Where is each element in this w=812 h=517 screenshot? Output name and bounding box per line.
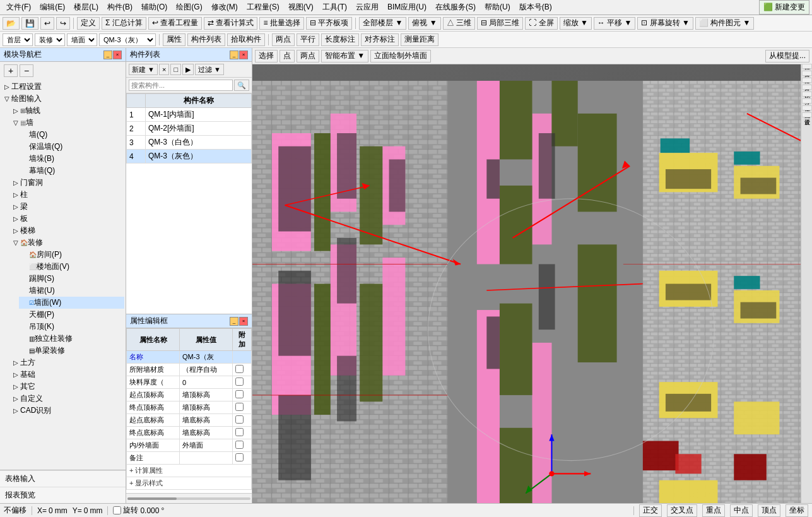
exp-decoration[interactable]: ▽ — [11, 239, 20, 246]
menu-draw[interactable]: 绘图(G) — [172, 1, 206, 14]
prop-row-note[interactable]: 备注 — [127, 452, 252, 465]
tree-item-curtain-wall[interactable]: 幕墙(Q) — [19, 165, 124, 177]
comp-new-btn[interactable]: 新建 ▼ — [129, 64, 158, 75]
comp-filter-btn[interactable]: 过滤 ▼ — [195, 64, 224, 75]
prop-row-inout[interactable]: 内/外墙面 外墙面 — [127, 439, 252, 452]
floor-select[interactable]: 首层 — [3, 33, 33, 46]
control-btn[interactable]: 控制 — [802, 105, 812, 110]
prop-check-note[interactable] — [233, 452, 252, 465]
check-end-bot[interactable] — [235, 428, 244, 436]
prop-row-end-bot[interactable]: 终点底标高 墙底标高 — [127, 427, 252, 439]
endpoint-btn[interactable]: 重点 — [702, 504, 725, 517]
align-strip-btn[interactable]: 对齐 — [802, 92, 812, 97]
batch-select-btn[interactable]: ≡ 批量选择 — [259, 17, 303, 30]
top-view-btn[interactable]: 俯视 ▼ — [408, 17, 440, 30]
tree-item-slab[interactable]: ▷ 板 — [10, 213, 124, 225]
view-qty-btn[interactable]: ↩ 查看工程量 — [148, 17, 202, 30]
expand-icon-axis[interactable]: ▷ — [11, 107, 20, 114]
pick-comp-btn[interactable]: 拾取构件 — [227, 33, 265, 46]
settings-strip-btn[interactable]: 设置 — [802, 112, 812, 117]
new-change-button[interactable]: 🟩 新建变更 — [759, 0, 809, 15]
comp-copy-btn[interactable]: □ — [170, 64, 181, 75]
check-start-top[interactable] — [235, 390, 244, 398]
comp-row-4[interactable]: 4 QM-3（灰色） — [127, 150, 252, 163]
exp-slab[interactable]: ▷ — [11, 215, 20, 222]
component-elem-btn[interactable]: ⬜ 构件图元 ▼ — [695, 17, 755, 30]
fullscreen-btn[interactable]: ⛶ 全屏 — [525, 17, 557, 30]
prop-check-start-top[interactable] — [233, 389, 252, 401]
prop-check-thickness[interactable] — [233, 376, 252, 389]
local-3d-btn[interactable]: ⊟ 局部三维 — [477, 17, 523, 30]
ortho-btn[interactable]: 正交 — [639, 504, 662, 517]
tree-item-axis[interactable]: ▷ ⊞ 轴线 — [10, 105, 124, 117]
split-btn[interactable]: 分割 — [802, 85, 812, 90]
tree-item-beam-dec[interactable]: ▤ 单梁装修 — [19, 345, 124, 357]
menu-modify[interactable]: 修改(M) — [208, 1, 242, 14]
menu-quantity[interactable]: 工程量(S) — [243, 1, 283, 14]
merge-btn[interactable]: 合并 — [802, 78, 812, 83]
midpoint-btn[interactable]: 中点 — [730, 504, 753, 517]
check-inout[interactable] — [235, 441, 244, 449]
menu-view[interactable]: 视图(V) — [285, 1, 317, 14]
expand-icon-wall[interactable]: ▽ — [11, 119, 20, 126]
prop-check-wallmat[interactable] — [233, 364, 252, 376]
comp-row-1[interactable]: 1 QM-1[内墙面] — [127, 108, 252, 122]
tree-item-baseboard[interactable]: 踢脚(S) — [19, 273, 124, 285]
vp-twopoint-btn[interactable]: 两点 — [297, 50, 319, 62]
prop-check-end-top[interactable] — [233, 401, 252, 414]
menu-online[interactable]: 在线服务(S) — [432, 1, 480, 14]
prop-row-thickness[interactable]: 块料厚度（ 0 — [127, 376, 252, 389]
check-start-bot[interactable] — [235, 415, 244, 424]
prop-close[interactable]: × — [239, 317, 248, 326]
prop-check-start-bot[interactable] — [233, 414, 252, 427]
prop-minimize[interactable]: _ — [230, 317, 238, 326]
tree-item-stair[interactable]: ▷ 楼梯 — [10, 225, 124, 237]
check-wallmat[interactable] — [235, 365, 244, 373]
vp-point-btn[interactable]: 点 — [279, 50, 295, 62]
undo-btn[interactable]: ↩ — [40, 17, 54, 30]
redo-btn[interactable]: ↪ — [56, 17, 70, 30]
tree-item-decoration[interactable]: ▽ 🏠 装修 — [10, 237, 124, 249]
vp-elevation-btn[interactable]: 立面绘制外墙面 — [370, 50, 431, 62]
tree-item-col-dec[interactable]: ▥ 独立柱装修 — [19, 333, 124, 345]
comp-search-btn[interactable]: 🔍 — [234, 80, 249, 91]
comp-row-2[interactable]: 2 QM-2[外墙面] — [127, 122, 252, 136]
rotate-btn[interactable]: ⊡ 屏幕旋转 ▼ — [637, 17, 693, 30]
check-thickness[interactable] — [235, 377, 244, 386]
exp-custom[interactable]: ▷ — [11, 395, 20, 402]
report-preview-btn[interactable]: 报表预览 — [0, 487, 126, 503]
tree-item-doorwindow[interactable]: ▷ 门窗洞 — [10, 177, 124, 189]
tree-item-room[interactable]: 🏠 房间(P) — [19, 249, 124, 261]
prop-check-end-bot[interactable] — [233, 427, 252, 439]
decoration-select[interactable]: 装修 — [35, 33, 65, 46]
rotate-toggle[interactable]: 旋转 0.000 ° — [113, 505, 164, 516]
comp-delete-btn[interactable]: × — [159, 64, 169, 75]
exp-other[interactable]: ▷ — [11, 383, 20, 390]
prop-check-inout[interactable] — [233, 439, 252, 452]
length-mark-btn[interactable]: 长度标注 — [321, 33, 359, 46]
menu-edit[interactable]: 编辑(E) — [36, 1, 69, 14]
tree-item-dado[interactable]: 墙裙(U) — [19, 285, 124, 297]
view-formula-btn[interactable]: ⇄ 查看计算式 — [204, 17, 257, 30]
prop-row-name[interactable]: 名称 QM-3（灰 — [127, 351, 252, 364]
tree-item-other[interactable]: ▷ 其它 — [10, 381, 124, 393]
expand-icon-engineering[interactable]: ▷ — [3, 83, 11, 90]
prop-row-start-bot[interactable]: 起点底标高 墙底标高 — [127, 414, 252, 427]
save-btn[interactable]: 💾 — [21, 17, 38, 30]
prop-row-end-top[interactable]: 终点顶标高 墙顶标高 — [127, 401, 252, 414]
exp-beam[interactable]: ▷ — [11, 203, 20, 210]
tree-item-suspended-ceiling[interactable]: 吊顶(K) — [19, 321, 124, 333]
all-floors-btn[interactable]: 全部楼层 ▼ — [359, 17, 406, 30]
menu-bim[interactable]: BIM应用(U) — [384, 1, 430, 14]
wall-type-select[interactable]: 墙面 — [67, 33, 97, 46]
exp-column[interactable]: ▷ — [11, 191, 20, 198]
property-btn[interactable]: 属性 — [163, 33, 185, 46]
comp-play-btn[interactable]: ▶ — [182, 64, 194, 75]
comp-minimize[interactable]: _ — [230, 51, 238, 59]
calc-sum-btn[interactable]: Σ 汇总计算 — [102, 17, 146, 30]
menu-component[interactable]: 构件(B) — [103, 1, 136, 14]
nav-collapse-btn[interactable]: − — [20, 64, 33, 77]
tree-item-wall-q[interactable]: 墙(Q) — [19, 129, 124, 141]
align-mark-btn[interactable]: 对齐标注 — [361, 33, 399, 46]
check-note[interactable] — [235, 453, 244, 461]
